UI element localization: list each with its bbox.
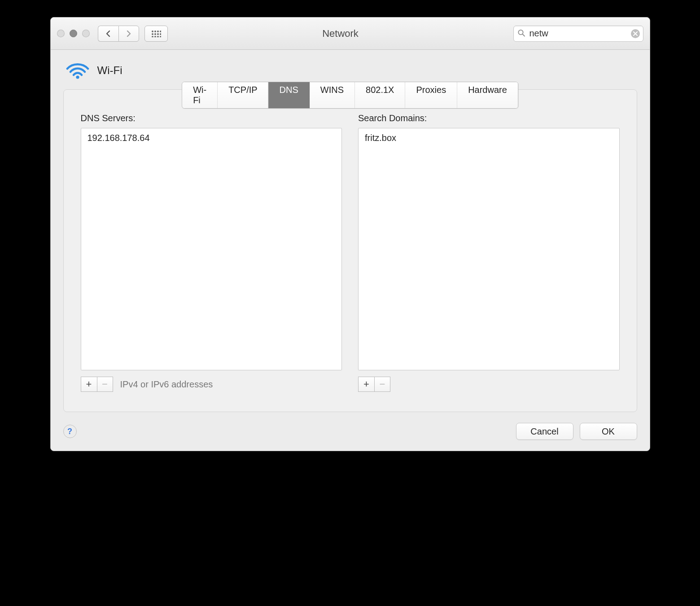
service-header: Wi-Fi: [66, 61, 637, 79]
svg-point-10: [157, 36, 159, 37]
window-body: Wi-Fi Wi-FiTCP/IPDNSWINS802.1XProxiesHar…: [51, 50, 650, 451]
dns-servers-column: DNS Servers: 192.168.178.64 + − IPv4 or …: [81, 113, 342, 392]
service-name: Wi-Fi: [97, 64, 122, 77]
cancel-button[interactable]: Cancel: [516, 423, 573, 440]
tabs: Wi-FiTCP/IPDNSWINS802.1XProxiesHardware: [182, 82, 518, 109]
footer: ? Cancel OK: [63, 423, 637, 440]
svg-line-13: [522, 34, 525, 36]
dns-controls: + − IPv4 or IPv6 addresses: [81, 377, 342, 392]
svg-point-9: [154, 36, 156, 37]
domain-add-button[interactable]: +: [358, 377, 374, 392]
svg-point-7: [160, 33, 161, 35]
svg-point-3: [160, 31, 161, 32]
dns-servers-list[interactable]: 192.168.178.64: [81, 128, 342, 370]
zoom-traffic-light[interactable]: [82, 30, 90, 37]
svg-point-8: [152, 36, 153, 37]
search-domains-column: Search Domains: fritz.box + −: [358, 113, 620, 392]
search-input[interactable]: [513, 26, 643, 42]
back-button[interactable]: [98, 26, 118, 42]
svg-point-0: [152, 31, 153, 32]
tab-hardware[interactable]: Hardware: [457, 82, 518, 108]
svg-point-1: [154, 31, 156, 32]
tab-proxies[interactable]: Proxies: [405, 82, 457, 108]
svg-point-5: [154, 33, 156, 35]
minimize-traffic-light[interactable]: [70, 30, 77, 37]
dns-servers-label: DNS Servers:: [81, 113, 342, 123]
tab-wifi[interactable]: Wi-Fi: [182, 82, 218, 108]
svg-point-2: [157, 31, 159, 32]
dns-add-button[interactable]: +: [81, 377, 97, 392]
traffic-lights: [57, 30, 90, 37]
preferences-window: Network Wi-F: [50, 17, 650, 451]
svg-point-16: [76, 75, 79, 79]
domains-controls: + −: [358, 377, 620, 392]
tab-dns[interactable]: DNS: [269, 82, 310, 108]
tab-wins[interactable]: WINS: [310, 82, 355, 108]
dns-plusminus: + −: [81, 377, 113, 392]
dns-columns: DNS Servers: 192.168.178.64 + − IPv4 or …: [81, 113, 620, 392]
nav-back-forward: [98, 26, 139, 42]
toolbar-search: [513, 26, 643, 42]
dns-server-row[interactable]: 192.168.178.64: [88, 132, 336, 144]
clear-search-icon[interactable]: [631, 29, 640, 38]
search-domain-row[interactable]: fritz.box: [365, 132, 613, 144]
tab-tcpip[interactable]: TCP/IP: [218, 82, 268, 108]
search-domains-label: Search Domains:: [358, 113, 620, 123]
ok-button[interactable]: OK: [580, 423, 637, 440]
window-toolbar: Network: [51, 18, 650, 50]
svg-point-11: [160, 36, 161, 37]
search-domains-list[interactable]: fritz.box: [358, 128, 620, 370]
wifi-icon: [66, 61, 89, 79]
dns-hint: IPv4 or IPv6 addresses: [120, 379, 213, 390]
tab-8021x[interactable]: 802.1X: [355, 82, 405, 108]
show-all-button[interactable]: [144, 26, 168, 42]
svg-point-4: [152, 33, 153, 35]
settings-panel: Wi-FiTCP/IPDNSWINS802.1XProxiesHardware …: [63, 89, 637, 412]
close-traffic-light[interactable]: [57, 30, 65, 37]
forward-button[interactable]: [118, 26, 139, 42]
svg-point-6: [157, 33, 159, 35]
domains-plusminus: + −: [358, 377, 390, 392]
search-icon: [517, 29, 525, 38]
dns-remove-button[interactable]: −: [97, 377, 113, 392]
domain-remove-button[interactable]: −: [374, 377, 390, 392]
window-title: Network: [173, 28, 508, 40]
help-button[interactable]: ?: [63, 425, 77, 438]
